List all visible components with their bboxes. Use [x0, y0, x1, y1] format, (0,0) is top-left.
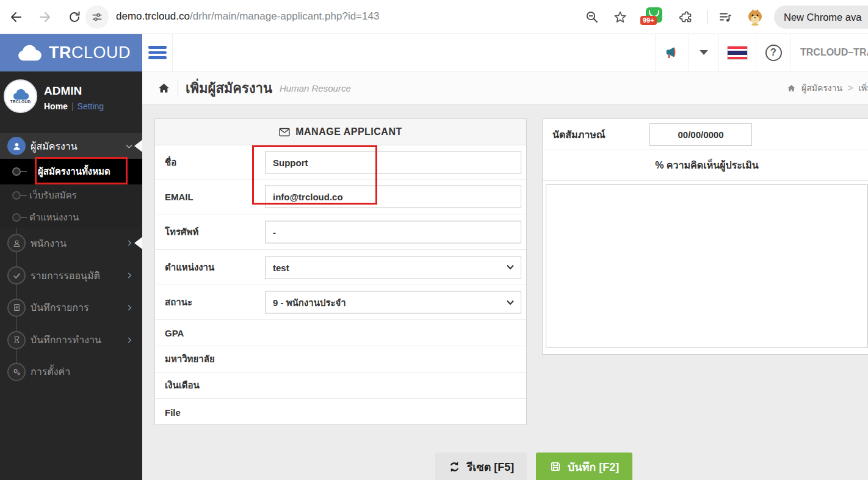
help-button[interactable]: ? — [756, 34, 790, 71]
check-icon — [7, 266, 26, 285]
app-toolbar: ? TRCLOUD–TRA — [142, 34, 868, 71]
sidebar-subitem-job-positions[interactable]: ตำแหน่งงาน — [0, 206, 142, 228]
field-label-gpa: GPA — [165, 328, 184, 338]
toolbar-divider — [707, 10, 707, 24]
document-icon — [7, 299, 26, 317]
field-label-file: File — [165, 407, 181, 418]
sidebar-item-applicants[interactable]: ผู้สมัครงาน — [0, 133, 142, 159]
position-select[interactable]: test — [265, 256, 521, 278]
help-icon: ? — [765, 45, 782, 61]
user-setting-link[interactable]: Setting — [78, 101, 104, 111]
reset-button[interactable]: รีเซต [F5] — [435, 453, 527, 480]
url-path: /drhr/main/manage-applicant.php?id=143 — [190, 10, 379, 22]
chevron-down-icon — [506, 264, 515, 271]
form-row-file: File — [155, 399, 526, 426]
tree-node-icon — [12, 213, 21, 222]
gears-icon — [7, 363, 26, 381]
envelope-icon — [279, 128, 290, 137]
hover-arrow — [134, 237, 142, 249]
page-header: เพิ่มผู้สมัครงาน Human Resource ผู้สมัคร… — [142, 71, 868, 104]
breadcrumb-separator: > — [848, 83, 853, 93]
address-bar[interactable]: demo.trcloud.co/drhr/main/manage-applica… — [116, 10, 379, 23]
field-label-salary: เงินเดือน — [165, 378, 200, 393]
form-row-status: สถานะ 9 - พนักงานประจำ — [155, 285, 526, 320]
refresh-icon — [448, 460, 461, 473]
page-title: เพิ่มผู้สมัครงาน — [186, 78, 272, 99]
browser-toolbar: demo.trcloud.co/drhr/main/manage-applica… — [0, 0, 868, 34]
chevron-down-icon — [125, 142, 134, 151]
field-label-status: สถานะ — [165, 295, 192, 310]
sidebar: TRCLOUD ADMIN Home|Setting ผู้สมัครงาน ผ… — [0, 71, 142, 480]
app-logo[interactable]: TRCLOUD — [0, 34, 142, 71]
chevron-right-icon — [125, 271, 134, 280]
tree-node-icon — [12, 191, 21, 200]
forward-icon[interactable] — [38, 10, 52, 24]
phone-input[interactable] — [265, 220, 521, 243]
hourglass-icon — [7, 331, 26, 349]
user-name: ADMIN — [44, 84, 82, 98]
field-label-email: EMAIL — [165, 192, 193, 202]
status-select[interactable]: 9 - พนักงานประจำ — [265, 291, 521, 314]
form-row-name: ชื่อ — [155, 145, 526, 180]
applicant-user-icon — [7, 137, 26, 155]
extensions-puzzle-icon[interactable] — [679, 10, 693, 24]
profile-avatar[interactable] — [746, 8, 764, 26]
account-name[interactable]: TRCLOUD–TRA — [790, 34, 868, 71]
field-label-phone: โทรศัพท์ — [165, 225, 198, 239]
sidebar-item-pending-approvals[interactable]: รายการรออนุมัติ — [0, 262, 142, 289]
user-avatar: TRCLOUD — [4, 79, 37, 113]
field-label-position: ตำแหน่งงาน — [165, 260, 214, 275]
tune-icon — [91, 11, 103, 23]
chevron-right-icon — [125, 239, 134, 247]
breadcrumb-item-current: เพิ่มผู้สมัครงาน — [858, 81, 868, 95]
field-label-university: มหาวิทยาลัย — [165, 352, 215, 366]
sidebar-toggle-button[interactable] — [142, 34, 173, 71]
sidebar-subitem-all-applicants[interactable]: ผู้สมัครงานทั้งหมด — [0, 159, 142, 184]
tree-node-icon — [12, 167, 21, 176]
chevron-right-icon — [125, 304, 134, 312]
sidebar-user-block: TRCLOUD ADMIN Home|Setting — [0, 71, 142, 129]
form-row-salary: เงินเดือน — [155, 373, 526, 399]
language-button[interactable] — [718, 34, 756, 71]
chrome-update-label: New Chrome ava — [784, 12, 861, 23]
media-playlist-icon[interactable] — [718, 10, 732, 24]
save-button[interactable]: บันทึก [F2] — [536, 453, 632, 480]
site-info-button[interactable] — [85, 5, 109, 29]
form-row-university: มหาวิทยาลัย — [155, 346, 526, 373]
sidebar-item-employees[interactable]: พนักงาน — [0, 230, 142, 256]
sidebar-item-records[interactable]: บันทึกรายการ — [0, 294, 142, 321]
megaphone-icon — [665, 45, 679, 60]
announcements-button[interactable] — [655, 34, 689, 71]
bookmark-star-icon[interactable] — [613, 10, 627, 24]
chrome-update-button[interactable]: New Chrome ava — [774, 5, 868, 29]
sidebar-subitem-recruitment-web[interactable]: เว็บรับสมัคร — [0, 184, 142, 206]
back-icon[interactable] — [9, 10, 23, 24]
breadcrumb: ผู้สมัครงาน > เพิ่มผู้สมัครงาน — [787, 71, 868, 104]
extension-badge: 99+ — [640, 16, 657, 25]
breadcrumb-home-icon — [787, 84, 796, 93]
main-content: MANAGE APPLICANT ชื่อ EMAIL โทรศัพท์ ตำแ… — [142, 104, 868, 480]
user-home-link[interactable]: Home — [44, 101, 68, 111]
chevron-down-icon — [506, 299, 515, 305]
breadcrumb-item[interactable]: ผู้สมัครงาน — [801, 81, 842, 95]
form-row-email: EMAIL — [155, 180, 526, 214]
app-logo-text: TRCLOUD — [49, 43, 131, 62]
url-domain: demo.trcloud.co — [116, 10, 190, 22]
zoom-icon[interactable] — [585, 10, 599, 24]
evaluation-header: % ความคิดเห็นผู้ประเมิน — [543, 150, 868, 181]
interview-date-input[interactable] — [649, 123, 752, 146]
name-input[interactable] — [265, 151, 521, 173]
avatar-cloud-icon — [12, 89, 30, 101]
extension-button[interactable]: 99+ — [646, 7, 662, 23]
email-input[interactable] — [265, 186, 521, 208]
thai-flag-icon — [727, 46, 748, 60]
title-divider — [178, 80, 178, 96]
evaluator-comment-textarea[interactable] — [546, 184, 868, 348]
sidebar-item-settings[interactable]: การตั้งค่า — [0, 358, 142, 385]
field-label-name: ชื่อ — [165, 155, 176, 170]
reload-icon[interactable] — [67, 10, 82, 24]
sidebar-item-work-log[interactable]: บันทึกการทำงาน — [0, 326, 142, 354]
user-menu-button[interactable] — [689, 34, 718, 71]
manage-applicant-panel: MANAGE APPLICANT ชื่อ EMAIL โทรศัพท์ ตำแ… — [154, 118, 527, 425]
form-row-gpa: GPA — [155, 320, 526, 346]
